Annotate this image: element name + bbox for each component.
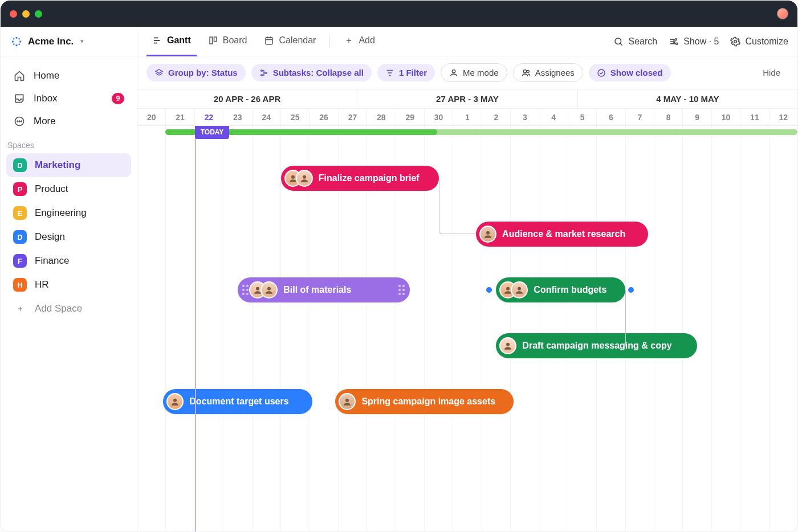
subtasks-label: Subtasks: Collapse all — [273, 68, 364, 77]
show-closed-chip[interactable]: Show closed — [589, 64, 671, 81]
assignees-label: Assignees — [535, 68, 575, 77]
workspace-switcher[interactable]: Acme Inc. ▾ — [1, 27, 137, 56]
gantt-task[interactable]: Document target users — [163, 389, 312, 414]
view-tab-board[interactable]: Board — [202, 27, 253, 56]
customize-button[interactable]: Customize — [730, 36, 788, 47]
gantt-task[interactable]: Confirm budgets — [496, 277, 625, 302]
overall-progress-bar — [165, 129, 797, 135]
filter-chip[interactable]: 1 Filter — [377, 64, 435, 81]
gantt-task[interactable]: Draft campaign messaging & copy — [496, 333, 697, 358]
show-closed-label: Show closed — [610, 68, 663, 77]
close-window-icon[interactable] — [10, 10, 17, 18]
svg-point-22 — [265, 72, 267, 73]
task-label: Confirm budgets — [534, 285, 606, 295]
space-label: Design — [35, 231, 65, 243]
add-space-button[interactable]: ＋ Add Space — [6, 297, 131, 321]
nav-inbox[interactable]: Inbox 9 — [6, 87, 131, 110]
space-label: Finance — [35, 255, 69, 267]
gantt-icon — [152, 35, 162, 46]
day-cell: 8 — [654, 109, 683, 125]
space-item-marketing[interactable]: DMarketing — [6, 153, 131, 177]
view-tab-calendar[interactable]: Calendar — [258, 27, 321, 56]
avatar — [479, 226, 496, 243]
view-tab-gantt[interactable]: Gantt — [146, 27, 197, 56]
space-item-product[interactable]: PProduct — [6, 177, 131, 201]
task-avatars — [166, 393, 184, 410]
me-mode-chip[interactable]: Me mode — [441, 63, 507, 82]
day-cell: 11 — [740, 109, 769, 125]
hide-button[interactable]: Hide — [755, 64, 788, 81]
layers-icon — [154, 68, 164, 77]
spaces-section-title: Spaces — [1, 133, 137, 153]
drag-handle-icon[interactable] — [242, 285, 249, 295]
add-view-button[interactable]: ＋ Add — [338, 27, 380, 56]
day-cell: 21 — [166, 109, 194, 125]
assignees-chip[interactable]: Assignees — [513, 63, 583, 82]
day-cell: 7 — [626, 109, 654, 125]
day-cell: 3 — [511, 109, 539, 125]
svg-point-35 — [173, 399, 177, 402]
drag-handle-icon[interactable] — [398, 285, 405, 295]
avatar — [499, 337, 516, 354]
task-label: Bill of materials — [283, 285, 351, 295]
date-range-cell: 4 MAY - 10 MAY — [578, 89, 797, 108]
gantt-task[interactable]: Bill of materials — [238, 277, 410, 302]
subtasks-chip[interactable]: Subtasks: Collapse all — [251, 64, 372, 81]
inbox-count-badge: 9 — [112, 93, 124, 104]
avatar — [296, 170, 313, 187]
svg-point-17 — [673, 40, 675, 42]
milestone-dot[interactable] — [628, 287, 634, 293]
today-line — [195, 126, 196, 532]
svg-rect-13 — [214, 37, 217, 42]
nav-more[interactable]: More — [6, 110, 131, 133]
gantt-task[interactable]: Finalize campaign brief — [281, 166, 439, 191]
subtasks-icon — [259, 68, 268, 77]
space-label: Marketing — [35, 159, 80, 171]
svg-point-25 — [527, 70, 529, 72]
day-cell: 9 — [683, 109, 711, 125]
space-badge: E — [13, 206, 27, 220]
nav-home[interactable]: Home — [6, 64, 131, 87]
svg-point-33 — [518, 287, 521, 290]
group-by-chip[interactable]: Group by: Status — [146, 64, 246, 81]
days-row: 2021222324252627282930123456789101112 — [137, 109, 797, 126]
hide-label: Hide — [763, 68, 780, 77]
space-badge: F — [13, 254, 27, 268]
minimize-window-icon[interactable] — [22, 10, 30, 18]
task-label: Spring campaign image assets — [361, 396, 495, 407]
gantt-task[interactable]: Audience & market research — [476, 222, 648, 247]
show-button[interactable]: Show · 5 — [669, 36, 719, 47]
profile-avatar[interactable] — [777, 8, 788, 19]
space-label: Product — [35, 183, 68, 195]
task-avatars — [499, 281, 528, 298]
more-icon — [13, 115, 26, 128]
space-item-hr[interactable]: HHR — [6, 273, 131, 297]
view-tab-label: Calendar — [279, 35, 316, 46]
gantt-task[interactable]: Spring campaign image assets — [335, 389, 513, 414]
svg-point-5 — [18, 38, 20, 39]
divider — [329, 35, 330, 48]
filter-label: 1 Filter — [399, 68, 427, 77]
today-marker: TODAY — [195, 126, 230, 139]
svg-point-26 — [598, 69, 605, 76]
window-traffic-lights — [10, 10, 42, 18]
day-cell: 23 — [223, 109, 252, 125]
svg-point-21 — [260, 74, 262, 76]
gantt-grid[interactable]: TODAYFinalize campaign briefAudience & m… — [137, 126, 797, 532]
svg-point-10 — [19, 121, 20, 122]
search-button[interactable]: Search — [613, 36, 657, 47]
milestone-dot[interactable] — [486, 287, 492, 293]
maximize-window-icon[interactable] — [35, 10, 42, 18]
space-item-design[interactable]: DDesign — [6, 225, 131, 249]
space-item-finance[interactable]: FFinance — [6, 249, 131, 273]
day-cell: 25 — [281, 109, 310, 125]
group-by-label: Group by: Status — [168, 68, 238, 77]
workspace-logo-icon — [11, 36, 22, 47]
day-cell: 20 — [137, 109, 166, 125]
day-cell: 1 — [453, 109, 482, 125]
space-label: HR — [35, 279, 49, 290]
space-item-engineering[interactable]: EEngineering — [6, 201, 131, 225]
gantt-view: 20 APR - 26 APR27 APR - 3 MAY4 MAY - 10 … — [137, 89, 797, 532]
svg-point-30 — [256, 287, 259, 290]
day-cell: 29 — [396, 109, 425, 125]
